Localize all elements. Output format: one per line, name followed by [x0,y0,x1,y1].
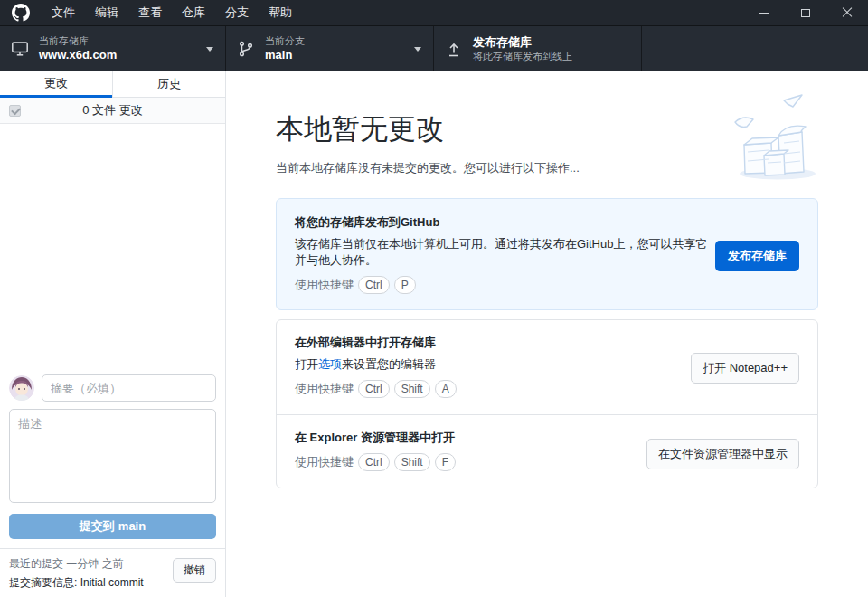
menu-help[interactable]: 帮助 [259,0,302,25]
publish-card-shortcut: 使用快捷键 Ctrl P [295,276,799,294]
current-repository-value: www.x6d.com [39,48,117,62]
open-in-editor-title: 在外部编辑器中打开存储库 [295,335,799,351]
key-f: F [435,453,456,471]
changed-files-header: 0 文件 更改 [0,98,225,124]
undo-button[interactable]: 撤销 [173,558,216,583]
upload-arrow-icon [445,40,463,58]
shortcut-label: 使用快捷键 [295,381,354,397]
open-notepad-button[interactable]: 打开 Notepad++ [691,353,799,384]
publish-to-github-card: 将您的存储库发布到GitHub 该存储库当前仅在本地计算机上可用。通过将其发布在… [276,198,818,310]
key-ctrl: Ctrl [358,380,390,398]
current-branch-button[interactable]: 当前分支 main [226,26,434,71]
chevron-down-icon [414,47,421,52]
recent-commit-summary-label: 提交摘要信息: [9,576,77,589]
maximize-button[interactable] [785,0,826,25]
commit-button-prefix: 提交到 [80,519,115,533]
publish-repository-title: 发布存储库 [473,35,572,49]
recent-commit-summary-value: Initial commit [80,576,144,589]
current-repository-label: 当前存储库 [39,35,117,47]
commit-button[interactable]: 提交到main [9,514,216,539]
chevron-down-icon [206,47,213,52]
tab-changes[interactable]: 更改 [0,71,112,98]
key-shift: Shift [394,453,430,471]
commit-description-textarea[interactable] [9,409,216,503]
recent-commit-section: 最近的提交 一分钟 之前 提交摘要信息: Initial commit 撤销 [0,548,225,597]
select-all-checkbox[interactable] [9,105,21,117]
shortcut-label: 使用快捷键 [295,277,354,293]
user-avatar [9,375,34,401]
changed-files-count: 0 文件 更改 [82,102,142,118]
content: 更改 历史 0 文件 更改 [0,71,868,597]
body-suffix: 来设置您的编辑器 [342,357,436,371]
commit-form: 提交到main [0,365,225,548]
close-button[interactable] [826,0,868,25]
menu-edit[interactable]: 编辑 [85,0,128,25]
menu-branch[interactable]: 分支 [215,0,259,25]
main-panel: 本地暂无更改 当前本地存储库没有未提交的更改。您可以进行以下操作... 将您的存… [226,71,868,597]
current-repository-button[interactable]: 当前存储库 www.x6d.com [0,26,226,71]
key-ctrl: Ctrl [358,453,390,471]
body-prefix: 打开 [295,357,318,371]
publish-repository-subtitle: 将此存储库发布到线上 [473,50,572,62]
app-window: 文件 编辑 查看 仓库 分支 帮助 当前存储库 www.x6d.com [0,0,868,597]
key-ctrl: Ctrl [358,276,390,294]
minimize-button[interactable] [743,0,785,25]
close-icon [842,7,853,18]
maximize-icon [801,9,810,17]
current-branch-value: main [265,48,305,62]
empty-state-illustration [728,92,827,183]
commit-button-branch: main [118,519,146,533]
publish-repository-toolbar-button[interactable]: 发布存储库 将此存储库发布到线上 [434,26,642,71]
publish-repository-button[interactable]: 发布存储库 [715,241,799,271]
titlebar: 文件 编辑 查看 仓库 分支 帮助 [0,0,868,25]
menu-file[interactable]: 文件 [42,0,85,25]
menu-repository[interactable]: 仓库 [172,0,215,25]
window-controls [743,0,868,25]
open-in-editor-action: 在外部编辑器中打开存储库 打开选项来设置您的编辑器 使用快捷键 Ctrl Shi… [277,320,817,414]
sidebar-tabs: 更改 历史 [0,71,225,98]
tab-history[interactable]: 历史 [112,71,225,98]
key-p: P [394,276,416,294]
commit-summary-input[interactable] [42,374,216,402]
publish-card-body: 该存储库当前仅在本地计算机上可用。通过将其发布在GitHub上，您可以共享它并与… [295,236,718,269]
github-logo-icon [12,4,30,22]
publish-card-title: 将您的存储库发布到GitHub [295,214,799,231]
minimize-icon [760,13,769,14]
sidebar: 更改 历史 0 文件 更改 [0,71,226,597]
device-desktop-icon [11,40,29,58]
options-link[interactable]: 选项 [318,357,342,371]
other-actions-card: 在外部编辑器中打开存储库 打开选项来设置您的编辑器 使用快捷键 Ctrl Shi… [276,319,818,488]
key-a: A [435,380,457,398]
open-in-explorer-action: 在 Explorer 资源管理器中打开 使用快捷键 Ctrl Shift F 在… [277,414,817,488]
git-branch-icon [237,40,255,58]
shortcut-label: 使用快捷键 [295,454,354,470]
show-in-explorer-button[interactable]: 在文件资源管理器中显示 [646,439,799,469]
changed-files-list [0,124,225,365]
menu-view[interactable]: 查看 [128,0,172,25]
current-branch-label: 当前分支 [265,35,305,47]
key-shift: Shift [394,380,430,398]
toolbar: 当前存储库 www.x6d.com 当前分支 main 发布存储库 将此存储库发… [0,25,868,71]
